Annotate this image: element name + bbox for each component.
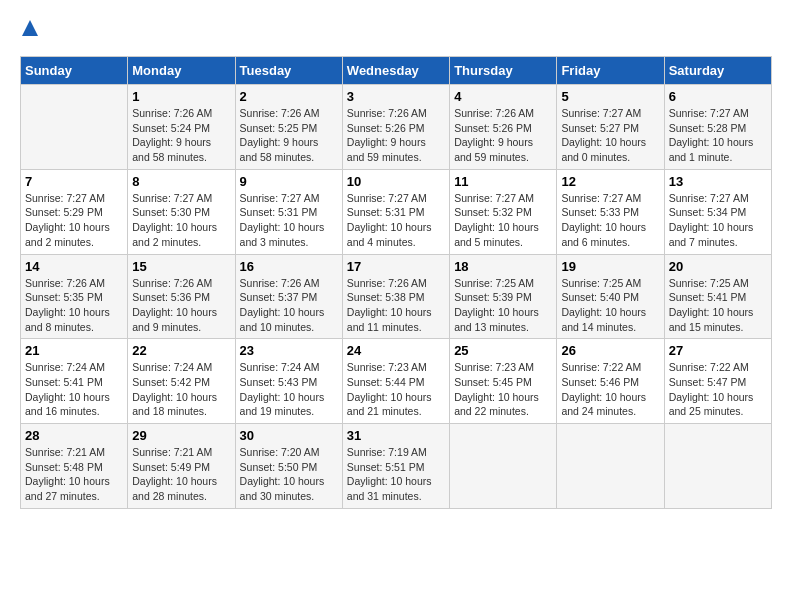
day-number: 1	[132, 89, 230, 104]
svg-marker-0	[22, 20, 38, 36]
day-info: Sunrise: 7:25 AMSunset: 5:39 PMDaylight:…	[454, 276, 552, 335]
header-wednesday: Wednesday	[342, 57, 449, 85]
day-info: Sunrise: 7:27 AMSunset: 5:33 PMDaylight:…	[561, 191, 659, 250]
header-sunday: Sunday	[21, 57, 128, 85]
day-info: Sunrise: 7:20 AMSunset: 5:50 PMDaylight:…	[240, 445, 338, 504]
day-info: Sunrise: 7:27 AMSunset: 5:30 PMDaylight:…	[132, 191, 230, 250]
calendar-week-row: 1Sunrise: 7:26 AMSunset: 5:24 PMDaylight…	[21, 85, 772, 170]
day-info: Sunrise: 7:21 AMSunset: 5:49 PMDaylight:…	[132, 445, 230, 504]
day-info: Sunrise: 7:27 AMSunset: 5:31 PMDaylight:…	[347, 191, 445, 250]
day-info: Sunrise: 7:27 AMSunset: 5:27 PMDaylight:…	[561, 106, 659, 165]
calendar-cell	[21, 85, 128, 170]
calendar-cell: 15Sunrise: 7:26 AMSunset: 5:36 PMDayligh…	[128, 254, 235, 339]
calendar-cell	[450, 424, 557, 509]
day-number: 6	[669, 89, 767, 104]
header-friday: Friday	[557, 57, 664, 85]
calendar-cell: 17Sunrise: 7:26 AMSunset: 5:38 PMDayligh…	[342, 254, 449, 339]
day-info: Sunrise: 7:22 AMSunset: 5:47 PMDaylight:…	[669, 360, 767, 419]
calendar-cell: 4Sunrise: 7:26 AMSunset: 5:26 PMDaylight…	[450, 85, 557, 170]
calendar-cell: 31Sunrise: 7:19 AMSunset: 5:51 PMDayligh…	[342, 424, 449, 509]
day-info: Sunrise: 7:26 AMSunset: 5:26 PMDaylight:…	[454, 106, 552, 165]
day-info: Sunrise: 7:26 AMSunset: 5:24 PMDaylight:…	[132, 106, 230, 165]
calendar-week-row: 28Sunrise: 7:21 AMSunset: 5:48 PMDayligh…	[21, 424, 772, 509]
day-info: Sunrise: 7:26 AMSunset: 5:35 PMDaylight:…	[25, 276, 123, 335]
day-number: 30	[240, 428, 338, 443]
calendar-cell: 25Sunrise: 7:23 AMSunset: 5:45 PMDayligh…	[450, 339, 557, 424]
day-info: Sunrise: 7:23 AMSunset: 5:44 PMDaylight:…	[347, 360, 445, 419]
day-info: Sunrise: 7:26 AMSunset: 5:25 PMDaylight:…	[240, 106, 338, 165]
day-number: 22	[132, 343, 230, 358]
calendar-cell: 23Sunrise: 7:24 AMSunset: 5:43 PMDayligh…	[235, 339, 342, 424]
day-info: Sunrise: 7:26 AMSunset: 5:36 PMDaylight:…	[132, 276, 230, 335]
day-number: 29	[132, 428, 230, 443]
day-number: 11	[454, 174, 552, 189]
day-number: 20	[669, 259, 767, 274]
day-number: 15	[132, 259, 230, 274]
day-number: 27	[669, 343, 767, 358]
calendar-week-row: 7Sunrise: 7:27 AMSunset: 5:29 PMDaylight…	[21, 169, 772, 254]
day-info: Sunrise: 7:27 AMSunset: 5:28 PMDaylight:…	[669, 106, 767, 165]
day-number: 19	[561, 259, 659, 274]
day-number: 7	[25, 174, 123, 189]
calendar-cell: 11Sunrise: 7:27 AMSunset: 5:32 PMDayligh…	[450, 169, 557, 254]
calendar-cell: 10Sunrise: 7:27 AMSunset: 5:31 PMDayligh…	[342, 169, 449, 254]
day-number: 14	[25, 259, 123, 274]
day-number: 13	[669, 174, 767, 189]
calendar-cell: 5Sunrise: 7:27 AMSunset: 5:27 PMDaylight…	[557, 85, 664, 170]
page-header	[20, 20, 772, 40]
day-info: Sunrise: 7:27 AMSunset: 5:32 PMDaylight:…	[454, 191, 552, 250]
calendar-cell: 2Sunrise: 7:26 AMSunset: 5:25 PMDaylight…	[235, 85, 342, 170]
logo	[20, 20, 38, 40]
header-saturday: Saturday	[664, 57, 771, 85]
calendar-cell: 12Sunrise: 7:27 AMSunset: 5:33 PMDayligh…	[557, 169, 664, 254]
calendar-cell: 27Sunrise: 7:22 AMSunset: 5:47 PMDayligh…	[664, 339, 771, 424]
header-thursday: Thursday	[450, 57, 557, 85]
calendar-cell: 13Sunrise: 7:27 AMSunset: 5:34 PMDayligh…	[664, 169, 771, 254]
calendar-cell: 18Sunrise: 7:25 AMSunset: 5:39 PMDayligh…	[450, 254, 557, 339]
calendar-cell	[557, 424, 664, 509]
day-info: Sunrise: 7:24 AMSunset: 5:42 PMDaylight:…	[132, 360, 230, 419]
logo-icon	[22, 20, 38, 36]
day-info: Sunrise: 7:24 AMSunset: 5:41 PMDaylight:…	[25, 360, 123, 419]
calendar-cell: 6Sunrise: 7:27 AMSunset: 5:28 PMDaylight…	[664, 85, 771, 170]
day-info: Sunrise: 7:21 AMSunset: 5:48 PMDaylight:…	[25, 445, 123, 504]
calendar-table: SundayMondayTuesdayWednesdayThursdayFrid…	[20, 56, 772, 509]
day-number: 4	[454, 89, 552, 104]
calendar-cell: 7Sunrise: 7:27 AMSunset: 5:29 PMDaylight…	[21, 169, 128, 254]
day-info: Sunrise: 7:27 AMSunset: 5:34 PMDaylight:…	[669, 191, 767, 250]
day-number: 9	[240, 174, 338, 189]
day-number: 12	[561, 174, 659, 189]
day-number: 21	[25, 343, 123, 358]
day-number: 23	[240, 343, 338, 358]
calendar-cell: 24Sunrise: 7:23 AMSunset: 5:44 PMDayligh…	[342, 339, 449, 424]
calendar-cell: 22Sunrise: 7:24 AMSunset: 5:42 PMDayligh…	[128, 339, 235, 424]
day-info: Sunrise: 7:25 AMSunset: 5:40 PMDaylight:…	[561, 276, 659, 335]
day-number: 31	[347, 428, 445, 443]
day-number: 26	[561, 343, 659, 358]
calendar-cell: 9Sunrise: 7:27 AMSunset: 5:31 PMDaylight…	[235, 169, 342, 254]
day-number: 28	[25, 428, 123, 443]
calendar-cell: 16Sunrise: 7:26 AMSunset: 5:37 PMDayligh…	[235, 254, 342, 339]
calendar-cell: 3Sunrise: 7:26 AMSunset: 5:26 PMDaylight…	[342, 85, 449, 170]
calendar-cell: 20Sunrise: 7:25 AMSunset: 5:41 PMDayligh…	[664, 254, 771, 339]
calendar-week-row: 14Sunrise: 7:26 AMSunset: 5:35 PMDayligh…	[21, 254, 772, 339]
calendar-cell: 26Sunrise: 7:22 AMSunset: 5:46 PMDayligh…	[557, 339, 664, 424]
day-info: Sunrise: 7:27 AMSunset: 5:29 PMDaylight:…	[25, 191, 123, 250]
calendar-week-row: 21Sunrise: 7:24 AMSunset: 5:41 PMDayligh…	[21, 339, 772, 424]
header-monday: Monday	[128, 57, 235, 85]
day-number: 24	[347, 343, 445, 358]
day-number: 18	[454, 259, 552, 274]
day-number: 25	[454, 343, 552, 358]
header-tuesday: Tuesday	[235, 57, 342, 85]
calendar-cell: 28Sunrise: 7:21 AMSunset: 5:48 PMDayligh…	[21, 424, 128, 509]
calendar-cell: 8Sunrise: 7:27 AMSunset: 5:30 PMDaylight…	[128, 169, 235, 254]
day-number: 8	[132, 174, 230, 189]
day-info: Sunrise: 7:25 AMSunset: 5:41 PMDaylight:…	[669, 276, 767, 335]
calendar-cell	[664, 424, 771, 509]
calendar-header-row: SundayMondayTuesdayWednesdayThursdayFrid…	[21, 57, 772, 85]
calendar-cell: 19Sunrise: 7:25 AMSunset: 5:40 PMDayligh…	[557, 254, 664, 339]
calendar-cell: 1Sunrise: 7:26 AMSunset: 5:24 PMDaylight…	[128, 85, 235, 170]
day-number: 16	[240, 259, 338, 274]
day-info: Sunrise: 7:26 AMSunset: 5:26 PMDaylight:…	[347, 106, 445, 165]
calendar-cell: 29Sunrise: 7:21 AMSunset: 5:49 PMDayligh…	[128, 424, 235, 509]
